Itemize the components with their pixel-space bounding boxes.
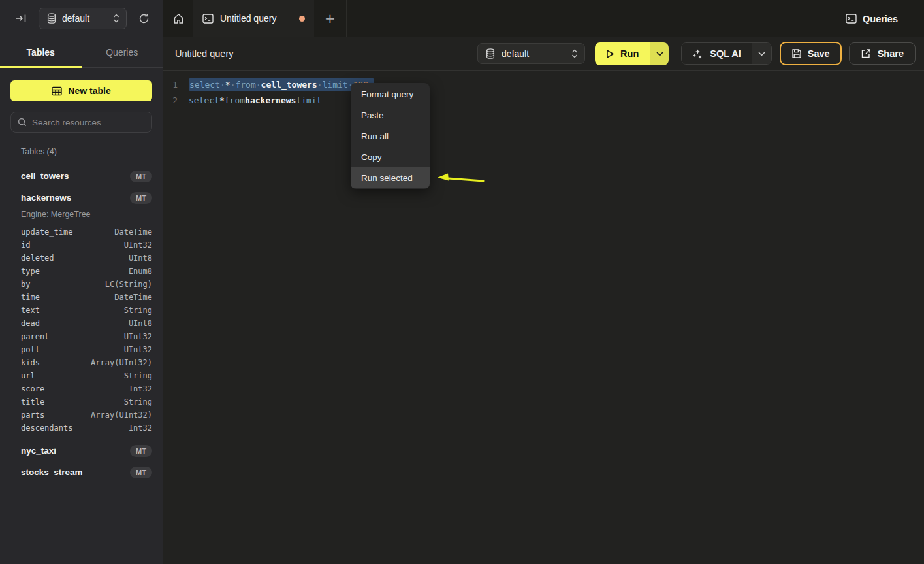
column-row: kidsArray(UInt32) xyxy=(21,356,152,369)
sql-ai-button-group: SQL AI xyxy=(681,42,772,65)
table-row-stocks-stream[interactable]: stocks_stream MT xyxy=(21,461,152,483)
collapse-sidebar-icon xyxy=(16,13,27,24)
whitespace-marker: · xyxy=(317,80,323,90)
table-row-nyc-taxi[interactable]: nyc_taxi MT xyxy=(21,440,152,461)
top-bar-left: default xyxy=(0,0,163,37)
context-menu-format-query[interactable]: Format query xyxy=(351,84,430,105)
share-button[interactable]: Share xyxy=(849,42,916,65)
save-floppy-icon xyxy=(791,48,802,59)
sql-editor[interactable]: 1select·*·from·cell_towers·limit·100· 2s… xyxy=(163,71,924,564)
column-name: dead xyxy=(21,319,40,328)
table-grid-icon xyxy=(52,86,62,96)
hackernews-columns-list: update_timeDateTime idUInt32 deletedUInt… xyxy=(21,225,152,435)
new-tab-button[interactable]: + xyxy=(325,12,336,25)
sql-ai-button[interactable]: SQL AI xyxy=(682,43,752,64)
engine-badge: MT xyxy=(130,171,152,182)
search-box xyxy=(10,112,152,133)
engine-badge: MT xyxy=(130,445,152,457)
column-name: descendants xyxy=(21,423,72,433)
context-menu-paste[interactable]: Paste xyxy=(351,105,430,125)
column-name: parts xyxy=(21,410,44,420)
table-name: nyc_taxi xyxy=(21,446,130,456)
column-type: Enum8 xyxy=(129,267,152,276)
home-tab-button[interactable] xyxy=(163,0,193,37)
context-menu-run-all[interactable]: Run all xyxy=(351,125,430,146)
table-engine-label: Engine: MergeTree xyxy=(21,210,163,219)
selected-sql-text: select·*·from·cell_towers·limit·100· xyxy=(189,78,374,91)
new-table-label: New table xyxy=(68,86,110,96)
sidebar-tab-tables[interactable]: Tables xyxy=(0,37,82,67)
column-type: UInt32 xyxy=(124,345,152,354)
sidebar-tab-queries[interactable]: Queries xyxy=(82,37,163,67)
sql-ai-options-button[interactable] xyxy=(752,43,771,64)
column-name: text xyxy=(21,306,40,315)
database-icon xyxy=(486,48,495,59)
database-icon xyxy=(47,13,56,24)
share-icon xyxy=(861,48,871,59)
database-selector-top[interactable]: default xyxy=(39,8,127,29)
table-name: hackernews xyxy=(21,193,130,203)
chevron-updown-icon xyxy=(571,49,578,58)
run-button-group: Run xyxy=(595,42,669,65)
sql-keyword: from xyxy=(225,95,245,105)
column-name: kids xyxy=(21,358,40,367)
sql-keyword: select xyxy=(189,95,219,105)
context-menu-run-selected[interactable]: Run selected xyxy=(351,167,430,188)
column-type: LC(String) xyxy=(105,280,152,289)
chevron-updown-icon xyxy=(113,14,119,23)
collapse-sidebar-button[interactable] xyxy=(13,10,29,26)
column-name: score xyxy=(21,384,44,393)
new-tab-zone: + xyxy=(314,0,347,37)
column-row: update_timeDateTime xyxy=(21,225,152,239)
query-title: Untitled query xyxy=(175,48,233,59)
tab-title: Untitled query xyxy=(220,13,276,24)
column-row: textString xyxy=(21,304,152,317)
tab-strip: Untitled query + xyxy=(163,0,924,37)
table-row-hackernews[interactable]: hackernews MT xyxy=(21,187,152,208)
column-type: String xyxy=(124,397,152,406)
engine-badge: MT xyxy=(130,192,152,204)
column-type: UInt32 xyxy=(124,241,152,250)
column-name: url xyxy=(21,371,35,380)
line-number: 1 xyxy=(163,80,178,90)
run-options-button[interactable] xyxy=(650,42,669,65)
new-table-button[interactable]: New table xyxy=(10,80,152,101)
column-row: parentUInt32 xyxy=(21,330,152,343)
refresh-button[interactable] xyxy=(136,10,152,27)
database-selector-toolbar[interactable]: default xyxy=(477,43,585,64)
sql-table-name: cell_towers xyxy=(261,80,317,90)
column-row: urlString xyxy=(21,369,152,382)
query-toolbar: Untitled query default Run xyxy=(163,37,924,71)
code-line-1[interactable]: 1select·*·from·cell_towers·limit·100· xyxy=(163,76,924,92)
tab-untitled-query[interactable]: Untitled query xyxy=(193,0,314,37)
column-row: descendantsInt32 xyxy=(21,422,152,435)
database-selector-toolbar-value: default xyxy=(502,48,565,59)
code-line-2[interactable]: 2select * from hackernews limit xyxy=(163,92,924,108)
tables-section-label: Tables (4) xyxy=(21,147,163,156)
table-row-cell-towers[interactable]: cell_towers MT xyxy=(21,165,152,187)
column-name: title xyxy=(21,397,44,406)
column-row: idUInt32 xyxy=(21,239,152,252)
save-button[interactable]: Save xyxy=(780,42,842,65)
search-resources-input[interactable] xyxy=(32,118,148,127)
app-window: default Untitled query xyxy=(0,0,924,564)
chevron-down-icon xyxy=(758,52,765,56)
column-type: Int32 xyxy=(129,384,152,393)
whitespace-marker: · xyxy=(220,80,225,90)
home-icon xyxy=(173,13,184,24)
table-name: stocks_stream xyxy=(21,467,130,477)
share-label: Share xyxy=(878,48,904,59)
queries-panel-button[interactable]: Queries xyxy=(846,0,898,37)
column-name: deleted xyxy=(21,254,54,263)
database-selector-top-value: default xyxy=(62,13,107,24)
table-name: cell_towers xyxy=(21,171,130,181)
column-name: poll xyxy=(21,345,40,354)
column-name: type xyxy=(21,267,40,276)
column-row: typeEnum8 xyxy=(21,265,152,278)
column-type: UInt32 xyxy=(124,332,152,341)
sql-star: * xyxy=(225,80,231,90)
context-menu-copy[interactable]: Copy xyxy=(351,146,430,167)
column-row: deletedUInt8 xyxy=(21,252,152,265)
run-button[interactable]: Run xyxy=(595,42,650,65)
sql-keyword: from xyxy=(235,80,255,90)
